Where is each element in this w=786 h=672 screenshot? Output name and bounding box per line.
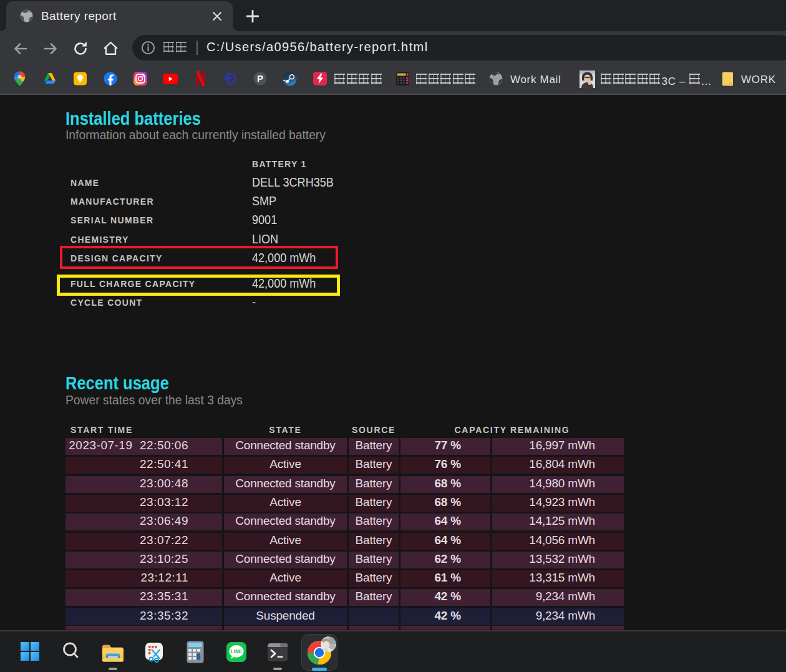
svg-text:P: P [257, 73, 263, 84]
svg-text:LINE: LINE [231, 649, 243, 655]
